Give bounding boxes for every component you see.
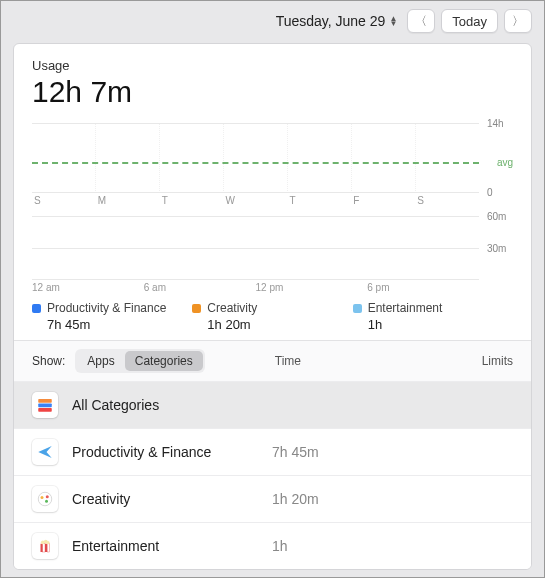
date-label: Tuesday, June 29 xyxy=(276,13,386,29)
legend-swatch xyxy=(353,304,362,313)
prev-day-button[interactable]: 〈 xyxy=(407,9,435,33)
today-button[interactable]: Today xyxy=(441,9,498,33)
weekly-xlabel: T xyxy=(287,195,351,206)
legend-swatch xyxy=(32,304,41,313)
weekly-ymax: 14h xyxy=(487,118,504,129)
weekly-xlabel: T xyxy=(160,195,224,206)
svg-point-4 xyxy=(41,496,44,499)
chevron-left-icon: 〈 xyxy=(415,13,427,30)
legend-item: Creativity1h 20m xyxy=(192,301,352,332)
legend-value: 1h xyxy=(353,317,513,332)
tab-categories[interactable]: Categories xyxy=(125,351,203,371)
category-time: 7h 45m xyxy=(272,444,513,460)
legend-swatch xyxy=(192,304,201,313)
weekly-xlabel: S xyxy=(415,195,479,206)
hourly-xlabel: 12 pm xyxy=(256,282,368,293)
weekly-ymin: 0 xyxy=(487,187,493,198)
legend-value: 1h 20m xyxy=(192,317,352,332)
weekly-xlabel: M xyxy=(96,195,160,206)
date-picker[interactable]: Tuesday, June 29 ▲▼ xyxy=(276,13,402,29)
palette-icon xyxy=(32,486,58,512)
view-toggle: Apps Categories xyxy=(75,349,204,373)
legend-label: Entertainment xyxy=(368,301,443,315)
svg-point-13 xyxy=(46,541,49,544)
category-row[interactable]: All Categories xyxy=(14,381,531,428)
topbar: Tuesday, June 29 ▲▼ 〈 Today 〉 xyxy=(1,1,544,39)
usage-card: Usage 12h 7m avg 14h 0 SMTW xyxy=(13,43,532,570)
date-nav: 〈 Today 〉 xyxy=(407,9,532,33)
svg-rect-1 xyxy=(38,404,52,408)
weekly-xlabel: W xyxy=(224,195,288,206)
category-row[interactable]: Productivity & Finance7h 45m xyxy=(14,428,531,475)
legend-item: Productivity & Finance7h 45m xyxy=(32,301,192,332)
category-name: All Categories xyxy=(72,397,272,413)
svg-point-5 xyxy=(46,495,49,498)
svg-rect-10 xyxy=(47,544,49,552)
filter-row: Show: Apps Categories Time Limits xyxy=(14,340,531,381)
svg-rect-0 xyxy=(38,399,52,403)
popcorn-icon xyxy=(32,533,58,559)
legend-value: 7h 45m xyxy=(32,317,192,332)
svg-rect-8 xyxy=(43,544,45,552)
svg-rect-2 xyxy=(38,408,52,412)
legend: Productivity & Finance7h 45mCreativity1h… xyxy=(32,301,513,332)
svg-rect-7 xyxy=(41,544,43,552)
all-icon xyxy=(32,392,58,418)
weekly-xlabel: F xyxy=(351,195,415,206)
weekly-xlabel: S xyxy=(32,195,96,206)
hourly-chart: 60m 30m 12 am6 am12 pm6 pm xyxy=(32,216,513,293)
tab-apps[interactable]: Apps xyxy=(77,351,124,371)
category-row[interactable]: Creativity1h 20m xyxy=(14,475,531,522)
hourly-ymax: 60m xyxy=(487,211,506,222)
svg-point-3 xyxy=(38,492,52,506)
chevron-right-icon: 〉 xyxy=(512,13,524,30)
legend-label: Creativity xyxy=(207,301,257,315)
hourly-xlabel: 6 am xyxy=(144,282,256,293)
legend-label: Productivity & Finance xyxy=(47,301,166,315)
category-name: Creativity xyxy=(72,491,272,507)
category-list: All CategoriesProductivity & Finance7h 4… xyxy=(14,381,531,569)
column-header-limits: Limits xyxy=(433,354,513,368)
column-header-time: Time xyxy=(205,354,433,368)
stepper-icon: ▲▼ xyxy=(389,16,397,26)
category-row[interactable]: Entertainment1h xyxy=(14,522,531,569)
legend-item: Entertainment1h xyxy=(353,301,513,332)
svg-rect-9 xyxy=(45,544,47,552)
hourly-ymid: 30m xyxy=(487,243,506,254)
hourly-xlabel: 6 pm xyxy=(367,282,479,293)
show-label: Show: xyxy=(32,354,65,368)
category-time: 1h xyxy=(272,538,513,554)
hourly-xlabel: 12 am xyxy=(32,282,144,293)
usage-total: 12h 7m xyxy=(32,75,513,109)
screen-time-panel: Tuesday, June 29 ▲▼ 〈 Today 〉 Usage 12h … xyxy=(0,0,545,578)
weekly-chart: avg 14h 0 SMTWTFS xyxy=(32,123,513,206)
next-day-button[interactable]: 〉 xyxy=(504,9,532,33)
category-name: Entertainment xyxy=(72,538,272,554)
svg-point-6 xyxy=(45,500,48,503)
plane-icon xyxy=(32,439,58,465)
category-name: Productivity & Finance xyxy=(72,444,272,460)
category-time: 1h 20m xyxy=(272,491,513,507)
usage-label: Usage xyxy=(32,58,513,73)
